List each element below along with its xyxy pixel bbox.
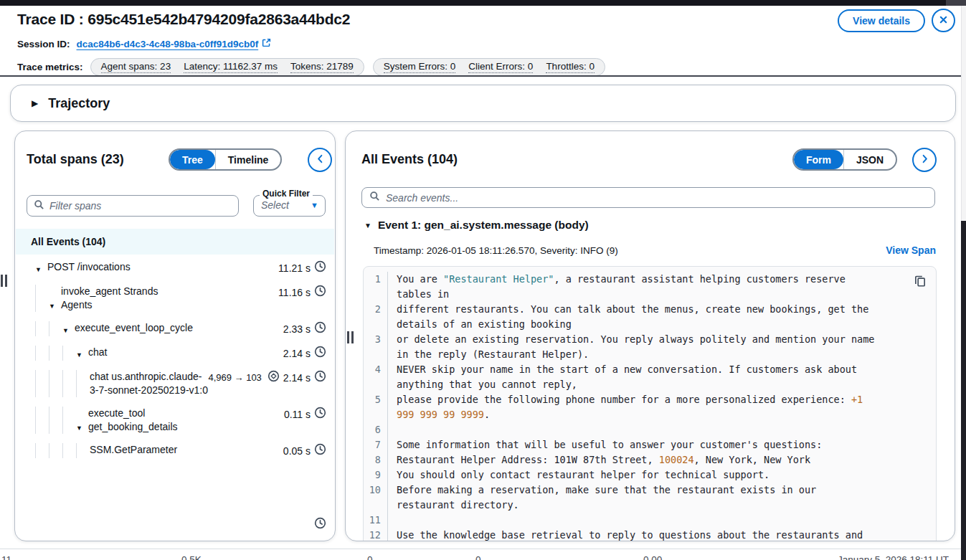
span-metrics: 11.21 s [278, 260, 329, 275]
collapse-panel-button[interactable] [308, 148, 332, 172]
quick-filter-label: Quick Filter [260, 189, 313, 199]
code-text: different restaurants. You can talk abou… [388, 302, 875, 332]
code-line: 3or delete an existing reservation. You … [364, 332, 936, 362]
tree-span-row[interactable]: chat us.anthropic.claude-3-7-sonnet-2025… [27, 366, 329, 402]
tree-span-row[interactable]: ▼execute_event_loop_cycle2.33 s [27, 317, 329, 341]
code-segment: You should only contact restaurant helpe… [397, 469, 770, 480]
toggle-option-tree[interactable]: Tree [170, 150, 215, 169]
line-number: 6 [364, 422, 388, 437]
code-lines: 1You are "Restaurant Helper", a restaura… [364, 272, 936, 541]
chevron-right-icon [919, 153, 930, 166]
code-text [388, 422, 875, 437]
code-text: Before making a reservation, make sure t… [388, 483, 875, 513]
search-events-input[interactable] [386, 192, 927, 204]
toggle-option-json[interactable]: JSON [843, 150, 896, 169]
span-label: SSM.GetParameter [90, 443, 177, 457]
background-metric-text: January 5, 2026 18:11 UT [838, 554, 949, 560]
code-segment: . [484, 409, 490, 420]
code-line: 5please provide the following phone numb… [364, 392, 936, 422]
close-button[interactable] [932, 9, 955, 32]
span-duration: 2.14 s [283, 348, 311, 359]
tree-span-row[interactable]: ▼invoke_agent Strands Agents11.16 s [27, 280, 329, 317]
metric-item: System Errors: 0 [384, 61, 456, 73]
metric-pill-group: Agent spans: 23Latency: 11162.37 msToken… [90, 58, 364, 76]
expand-triangle-icon[interactable]: ▶ [32, 98, 38, 108]
tree-indent-guide [49, 370, 62, 397]
collapse-triangle-icon[interactable]: ▼ [76, 351, 88, 361]
code-segment: , New York, New York [694, 454, 811, 465]
collapse-triangle-icon[interactable]: ▼ [35, 266, 47, 275]
code-segment: 100024 [659, 454, 694, 465]
tree-indent-guide [62, 346, 76, 361]
code-text: or delete an existing reservation. You r… [388, 332, 875, 362]
trajectory-title: Trajectory [48, 96, 110, 111]
code-segment: different restaurants. You can talk abou… [397, 303, 874, 330]
clock-icon [314, 407, 326, 422]
form-json-toggle: Form JSON [792, 148, 897, 171]
background-metric-text: 0 [367, 554, 373, 560]
tree-indent-guide [35, 346, 49, 361]
toggle-option-timeline[interactable]: Timeline [215, 150, 281, 169]
code-segment: please provide the following phone numbe… [397, 394, 851, 405]
search-events-field [361, 187, 935, 208]
toggle-option-form[interactable]: Form [794, 150, 843, 169]
trajectory-section[interactable]: ▶ Trajectory [10, 85, 956, 122]
code-line: 9You should only contact restaurant help… [364, 468, 936, 483]
collapse-triangle-icon[interactable]: ▼ [76, 424, 88, 434]
code-segment: Use the knowledge base retrieval to repl… [397, 529, 863, 541]
all-events-tree-item[interactable]: All Events (104) [16, 229, 334, 255]
tree-indent-guide [76, 370, 90, 397]
copy-button[interactable] [914, 275, 927, 290]
tree-indent-guide [62, 370, 76, 397]
clock-icon [314, 370, 326, 385]
panel-resize-handle[interactable] [347, 331, 354, 343]
tree-span-row[interactable]: SSM.GetParameter0.05 s [27, 439, 329, 463]
background-metric-text: 0 [475, 554, 481, 560]
page-scrollbar[interactable] [961, 6, 966, 560]
tree-indent-guide [35, 370, 49, 397]
collapse-triangle-icon[interactable]: ▼ [364, 222, 371, 229]
token-icon [267, 370, 280, 385]
clock-icon [314, 346, 326, 361]
line-number: 7 [364, 437, 388, 452]
clock-icon [314, 321, 326, 336]
code-segment: NEVER skip your name in the start of a n… [397, 364, 863, 390]
collapse-triangle-icon[interactable]: ▼ [49, 303, 61, 312]
session-id-link[interactable]: dcac84b6-d4c3-4c48-98ba-c0ff91d9cb0f [77, 38, 272, 49]
external-link-icon [262, 38, 271, 49]
collapse-triangle-icon[interactable]: ▼ [62, 327, 75, 336]
span-metrics: 2.14 s [283, 346, 329, 361]
code-line: 12Use the knowledge base retrieval to re… [364, 528, 936, 541]
tree-indent-guide [49, 321, 62, 336]
code-text [388, 513, 875, 528]
code-segment: Some information that will be useful to … [397, 439, 822, 450]
span-duration: 0.05 s [283, 445, 311, 457]
event-body-code-block: 1You are "Restaurant Helper", a restaura… [363, 266, 937, 541]
trace-metric-groups: Agent spans: 23Latency: 11162.37 msToken… [90, 58, 605, 76]
tree-indent-guide [76, 443, 90, 458]
line-number: 9 [364, 468, 388, 483]
span-tree: ▼POST /invocations11.21 s▼invoke_agent S… [27, 256, 329, 541]
quick-filter-select[interactable]: Quick Filter Select ▼ [253, 195, 326, 217]
tree-span-row[interactable]: ▼execute_tool get_booking_details0.11 s [27, 402, 329, 439]
session-id-row: Session ID: dcac84b6-d4c3-4c48-98ba-c0ff… [17, 38, 271, 49]
left-resize-handle[interactable] [1, 275, 7, 287]
tree-span-row[interactable]: ▼POST /invocations11.21 s [27, 256, 329, 280]
tree-indent-guide [49, 346, 62, 361]
clock-icon [314, 285, 326, 300]
page-scrollbar-thumb[interactable] [961, 221, 966, 560]
expand-panel-button[interactable] [912, 148, 937, 172]
code-segment: Before making a reservation, make sure t… [397, 484, 822, 511]
tree-span-row[interactable]: ▼chat2.14 s [27, 341, 329, 366]
background-metric-text: 0.00 [643, 554, 662, 560]
view-span-link[interactable]: View Span [886, 245, 936, 256]
events-panel: All Events (104) Form JSON ▼ Event 1: ge… [345, 130, 955, 541]
event-header[interactable]: ▼ Event 1: gen_ai.system.message (body) [364, 219, 589, 232]
clock-icon [314, 517, 326, 532]
header-divider [0, 75, 966, 77]
filter-spans-input[interactable] [49, 200, 232, 212]
background-page-strip: 110.5K000.00January 5, 2026 18:11 UT [0, 549, 961, 560]
code-line: 11 [364, 513, 936, 528]
tree-indent-guide [35, 321, 49, 336]
view-details-button[interactable]: View details [838, 9, 925, 32]
